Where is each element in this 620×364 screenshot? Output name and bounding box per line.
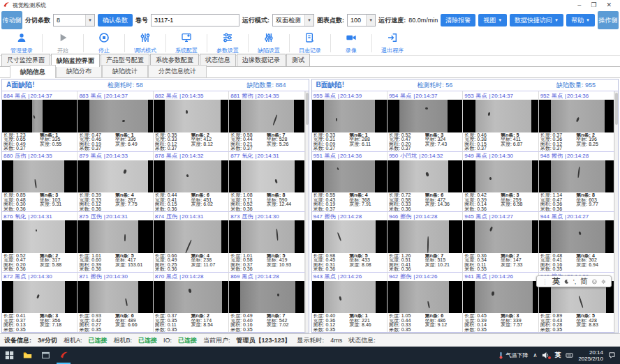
- panel-scrollbar[interactable]: [614, 91, 618, 333]
- tab-sub-0[interactable]: 缺陷信息: [10, 65, 56, 78]
- defect-cell[interactable]: 941黑点20:14:26长度: 0.45宽度: 0.39面积: 0.14米数:…: [463, 273, 538, 333]
- tab-sub-3[interactable]: 分类信息统计: [148, 65, 207, 77]
- defect-cell[interactable]: 881擦伤20:14:35长度: 0.58宽度: 0.44面积: 0.21米数:…: [229, 91, 304, 152]
- defect-cell[interactable]: 944黑点20:14:27长度: 0.48宽度: 0.41面积: 0.16米数:…: [539, 212, 614, 273]
- close-button[interactable]: ✕: [606, 0, 612, 10]
- defect-cell-header: 944黑点20:14:27: [539, 212, 614, 220]
- defect-cell[interactable]: 882黑点20:14:35长度: 0.35宽度: 0.33面积: 0.12米数:…: [154, 91, 229, 152]
- tab-main-5[interactable]: 边缘数据记录: [237, 54, 286, 66]
- defect-cell[interactable]: 950小凹坑20:14:32长度: 0.72宽度: 0.58面积: 0.33米数…: [388, 152, 463, 213]
- defect-time: 20:14:28: [565, 153, 589, 159]
- defect-cell[interactable]: 942擦伤20:14:26长度: 1.05宽度: 0.44面积: 0.33米数:…: [388, 273, 463, 333]
- defect-cell[interactable]: 884黑点20:14:37长度: 1.23宽度: 0.65面积: 0.49米数:…: [2, 91, 78, 152]
- moon-icon[interactable]: [564, 278, 569, 285]
- toolbar-button-slidersV[interactable]: 缺陷设置: [250, 31, 288, 55]
- emoji-icon[interactable]: [592, 278, 597, 285]
- defect-type: 黑点: [325, 273, 336, 280]
- tray-expand-chevron[interactable]: ∧: [533, 352, 538, 358]
- defect-cell[interactable]: 876氧化20:14:31长度: 0.52宽度: 0.47面积: 0.20米数:…: [2, 212, 78, 273]
- toolbar-button-stop[interactable]: 停止: [85, 31, 123, 55]
- defect-cell-header: 871擦伤20:14:30: [78, 273, 152, 281]
- tab-sub-2[interactable]: 缺陷统计: [102, 65, 148, 77]
- action-center-icon[interactable]: [608, 351, 616, 359]
- run-mode-select[interactable]: 双面检测 ▼: [272, 14, 314, 26]
- help-menu-button[interactable]: 帮助▼: [566, 14, 595, 26]
- drive-side-button[interactable]: 传动侧: [1, 11, 22, 29]
- confirm-count-button[interactable]: 确认条数: [98, 14, 133, 26]
- defect-cell[interactable]: 951黑点20:14:36长度: 0.55宽度: 0.43面积: 0.19米数:…: [312, 152, 388, 213]
- taskbar-app-explorer[interactable]: [18, 347, 36, 364]
- toolbar-button-user[interactable]: 管理登录: [3, 31, 40, 55]
- toolbar-button-play[interactable]: 开始: [44, 31, 82, 55]
- scrollbar-thumb[interactable]: [306, 93, 309, 125]
- material-strip: [89, 220, 138, 253]
- defect-meta: 长度: 0.37宽度: 0.36面积: 0.12米数: 0.37第n条: 2坐标…: [539, 132, 614, 151]
- defect-cell[interactable]: 870黑点20:14:28长度: 0.37宽度: 0.35面积: 0.11米数:…: [154, 273, 229, 333]
- toolbar-button-journal[interactable]: 日志记录: [291, 31, 329, 55]
- defect-cell[interactable]: 871擦伤20:14:30长度: 0.93宽度: 0.42面积: 0.27米数:…: [78, 273, 153, 333]
- ime-punctuation[interactable]: ’,: [573, 278, 577, 285]
- minimize-button[interactable]: –: [577, 0, 581, 10]
- defect-cell[interactable]: 875压伤20:14:31长度: 1.61宽度: 0.60面积: 0.39米数:…: [78, 212, 153, 273]
- action-toolbar: 管理登录开始停止调试模式系统配置参数设置缺陷设置日志记录录像退出程序: [0, 31, 620, 56]
- weather-widget[interactable]: 气温下降: [497, 351, 529, 359]
- chevron-down-icon: ▼: [366, 15, 375, 26]
- toolbar-button-exit[interactable]: 退出程序: [374, 31, 411, 55]
- operate-side-button[interactable]: 操作侧: [598, 11, 619, 29]
- defect-number: 876: [3, 213, 13, 220]
- material-strip: [324, 100, 375, 132]
- scrollbar-thumb[interactable]: [615, 93, 618, 125]
- toolbar-button-tune[interactable]: 调试模式: [126, 31, 164, 55]
- ime-language-indicator[interactable]: 英: [554, 351, 561, 360]
- start-button[interactable]: [0, 347, 18, 364]
- toolbar-button-monitor[interactable]: 系统配置: [168, 31, 205, 55]
- material-strip: [241, 220, 295, 253]
- volume-indicator[interactable]: [542, 351, 549, 359]
- toolbar-button-slidersH[interactable]: 参数设置: [209, 31, 246, 55]
- defect-cell[interactable]: 869黑点20:14:28长度: 0.49宽度: 0.40面积: 0.16米数:…: [229, 273, 304, 333]
- slit-count-select[interactable]: 8 ▼: [53, 14, 95, 26]
- toolbar-button-camera[interactable]: 录像: [332, 31, 370, 55]
- defect-cell[interactable]: 874压伤20:14:31长度: 0.66宽度: 0.49面积: 0.25米数:…: [154, 212, 229, 273]
- clear-alarm-button[interactable]: 清除报警: [441, 14, 475, 26]
- tab-main-1[interactable]: 缺陷监控界面: [51, 54, 100, 67]
- defect-cell[interactable]: 872黑点20:14:30长度: 0.41宽度: 0.37面积: 0.13米数:…: [2, 273, 78, 333]
- gear-icon[interactable]: [601, 278, 606, 285]
- defect-meta: 长度: 1.05宽度: 0.44面积: 0.33米数: 0.35第n条: 6坐标…: [388, 313, 462, 332]
- defect-cell[interactable]: 943黑点20:14:26长度: 0.40宽度: 0.36面积: 0.12米数:…: [312, 273, 388, 333]
- panel-title: A面缺陷!: [6, 80, 35, 90]
- defect-cell[interactable]: 947擦伤20:14:28长度: 0.98宽度: 0.45面积: 0.31米数:…: [312, 212, 388, 273]
- maximize-button[interactable]: ❐: [591, 0, 596, 10]
- defect-cell[interactable]: 873压伤20:14:30长度: 1.01宽度: 0.58面积: 0.37米数:…: [229, 212, 304, 273]
- defect-cell[interactable]: 880压伤20:14:35长度: 0.85宽度: 0.48面积: 0.30米数:…: [2, 152, 78, 213]
- tab-main-6[interactable]: 测试: [286, 54, 310, 66]
- ime-mode-en[interactable]: 英: [552, 276, 560, 287]
- ime-drag-handle[interactable]: ⋮: [542, 278, 548, 285]
- panel-scrollbar[interactable]: [305, 91, 309, 333]
- data-quick-access-button[interactable]: 数据快捷访问▼: [510, 14, 563, 26]
- roll-input[interactable]: [151, 14, 239, 26]
- defect-cell[interactable]: 946擦伤20:14:28长度: 1.26宽度: 0.51面积: 0.41米数:…: [388, 212, 463, 273]
- touch-keyboard-icon[interactable]: [566, 351, 573, 359]
- defect-cell[interactable]: 878黑点20:14:32长度: 0.44宽度: 0.41面积: 0.15米数:…: [154, 152, 229, 213]
- defect-cell[interactable]: 953黑点20:14:37长度: 0.46宽度: 0.38面积: 0.15米数:…: [463, 91, 538, 152]
- view-menu-button[interactable]: 视图▼: [478, 14, 507, 26]
- defect-cell[interactable]: 952黑点20:14:36长度: 0.37宽度: 0.36面积: 0.12米数:…: [539, 91, 614, 152]
- taskbar-app-generic[interactable]: [36, 347, 54, 364]
- defect-cell[interactable]: 948擦伤20:14:28长度: 1.14宽度: 0.47面积: 0.36米数:…: [539, 152, 614, 213]
- defect-meta: 长度: 0.52宽度: 0.47面积: 0.20米数: 0.37第n条: 3坐标…: [388, 132, 462, 151]
- defect-cell[interactable]: 949黑点20:14:30长度: 0.42宽度: 0.39面积: 0.14米数:…: [463, 152, 538, 213]
- chart-points-select[interactable]: 100 ▼: [347, 14, 376, 26]
- defect-number: 872: [3, 273, 13, 280]
- defect-cell[interactable]: 877氧化20:14:31长度: 1.08宽度: 0.71面积: 0.52米数:…: [229, 152, 304, 213]
- toolbar-divider: [42, 34, 43, 52]
- taskbar-clock[interactable]: 20:14 2025/2/10: [578, 349, 603, 362]
- defect-cell[interactable]: 879黑点20:14:33长度: 0.39宽度: 0.33面积: 0.12米数:…: [78, 152, 153, 213]
- defect-cell[interactable]: 883黑点20:14:37长度: 0.47宽度: 0.46面积: 0.19米数:…: [78, 91, 153, 152]
- defect-image: [78, 160, 152, 193]
- ime-simplified[interactable]: 简: [580, 276, 588, 287]
- defect-cell[interactable]: 955黑点20:14:39长度: 0.33宽度: 0.31面积: 0.09米数:…: [312, 91, 388, 152]
- taskbar-app-inspection[interactable]: [54, 347, 73, 364]
- defect-cell[interactable]: 954黑点20:14:37长度: 0.52宽度: 0.47面积: 0.20米数:…: [388, 91, 463, 152]
- defect-cell[interactable]: 945黑点20:14:27长度: 0.36宽度: 0.34面积: 0.11米数:…: [463, 212, 538, 273]
